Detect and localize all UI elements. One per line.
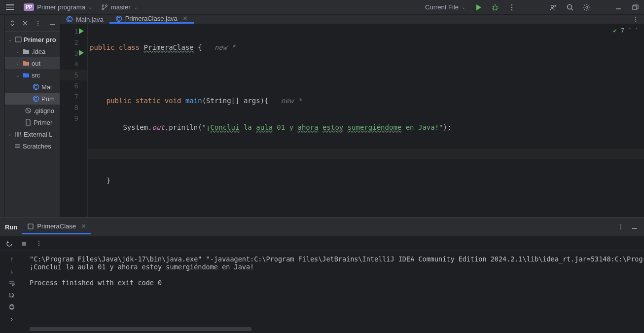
- svg-point-25: [620, 226, 621, 227]
- tree-label: src: [32, 72, 40, 79]
- tree-item-iml[interactable]: Primer: [5, 116, 60, 128]
- minimize-button[interactable]: [612, 1, 624, 13]
- run-tab-label: PrimeraClase: [37, 222, 76, 230]
- tree-label: Prim: [41, 95, 55, 103]
- tab-label: PrimeraClase.java: [125, 15, 178, 22]
- svg-point-2: [106, 4, 107, 6]
- svg-point-9: [586, 6, 588, 8]
- stop-button[interactable]: [21, 240, 28, 247]
- code-with-me-button[interactable]: [547, 1, 559, 13]
- tree-item-scratches[interactable]: Scratches: [5, 140, 60, 152]
- svg-point-5: [511, 6, 512, 7]
- more-actions-button[interactable]: [506, 1, 518, 13]
- ignore-icon: [25, 107, 32, 114]
- check-icon: ✔: [613, 27, 617, 34]
- svg-point-26: [620, 228, 621, 229]
- run-button[interactable]: [472, 1, 484, 13]
- chevron-down-icon: ⌄: [88, 4, 92, 10]
- tree-label: Primer pro: [24, 36, 56, 43]
- svg-point-7: [551, 5, 554, 7]
- scroll-end-icon[interactable]: [8, 292, 15, 298]
- chevron-down-icon: ⌄: [134, 4, 138, 10]
- branch-selector[interactable]: master ⌄: [99, 3, 140, 11]
- svg-point-20: [635, 17, 636, 18]
- class-icon: [66, 16, 73, 23]
- svg-point-28: [38, 241, 39, 242]
- run-gutter-icon[interactable]: [79, 50, 84, 56]
- svg-point-21: [635, 19, 636, 20]
- svg-point-3: [493, 6, 497, 10]
- project-selector[interactable]: PP Primer programa ⌄: [22, 3, 94, 11]
- print-icon[interactable]: [8, 303, 15, 310]
- expand-icon[interactable]: ›: [11, 315, 13, 323]
- svg-point-12: [37, 23, 38, 24]
- svg-point-0: [102, 4, 104, 6]
- up-icon[interactable]: ↑: [10, 255, 14, 262]
- svg-point-24: [620, 224, 621, 225]
- chevron-down-icon: ⌄: [462, 4, 465, 10]
- tree-label: out: [32, 60, 40, 67]
- restore-button[interactable]: [629, 1, 641, 13]
- expand-all-icon[interactable]: [9, 20, 16, 27]
- tab-main-java[interactable]: Main.java: [60, 15, 109, 24]
- search-button[interactable]: [564, 1, 576, 13]
- project-name-label: Primer programa: [37, 3, 85, 11]
- svg-rect-14: [15, 37, 21, 42]
- module-icon: [15, 37, 22, 42]
- tree-label: Mai: [41, 83, 52, 91]
- problem-count: 7: [621, 27, 624, 34]
- run-config-selector[interactable]: Current File ⌄: [423, 3, 467, 11]
- hide-icon[interactable]: [49, 20, 56, 27]
- svg-point-6: [511, 9, 512, 10]
- tree-root[interactable]: ⌄Primer pro: [5, 34, 60, 45]
- run-gutter-icon[interactable]: [79, 28, 84, 34]
- prev-problem-icon[interactable]: ˄: [628, 27, 631, 34]
- more-icon[interactable]: [36, 240, 42, 247]
- inspection-widget[interactable]: ✔ 7 ˄ ˅: [613, 27, 638, 34]
- tree-item-idea[interactable]: ›.idea: [5, 45, 60, 57]
- tree-label: .gitigno: [34, 107, 54, 114]
- collapse-all-icon[interactable]: [22, 20, 29, 27]
- svg-point-4: [511, 4, 512, 5]
- svg-point-13: [37, 25, 38, 26]
- branch-label: master: [111, 3, 131, 11]
- tree-item-primera[interactable]: Prim: [5, 93, 60, 105]
- console-output[interactable]: "C:\Program Files\Java\jdk-17\bin\java.e…: [24, 251, 644, 333]
- svg-point-11: [37, 21, 38, 22]
- tree-label: .idea: [32, 48, 45, 55]
- settings-button[interactable]: [581, 1, 593, 13]
- more-icon[interactable]: [35, 20, 41, 27]
- tab-primera-clase[interactable]: PrimeraClase.java ✕: [109, 15, 194, 24]
- soft-wrap-icon[interactable]: [8, 280, 15, 287]
- svg-point-30: [38, 245, 39, 246]
- project-badge-icon: PP: [24, 3, 34, 11]
- tree-item-gitignore[interactable]: .gitigno: [5, 105, 60, 116]
- tree-item-src[interactable]: ⌄src: [5, 69, 60, 81]
- tab-label: Main.java: [76, 16, 104, 23]
- down-icon[interactable]: ↓: [10, 267, 14, 275]
- close-icon[interactable]: ✕: [81, 222, 86, 230]
- more-icon[interactable]: [617, 223, 624, 230]
- class-icon: [33, 95, 39, 102]
- debug-button[interactable]: [489, 1, 501, 13]
- run-config-icon: [27, 223, 34, 230]
- folder-icon: [23, 60, 30, 66]
- tree-item-out[interactable]: ›out: [5, 57, 60, 69]
- library-icon: [15, 131, 22, 138]
- close-icon[interactable]: ✕: [182, 15, 188, 22]
- next-problem-icon[interactable]: ˅: [635, 27, 638, 34]
- tree-item-external[interactable]: ›External L: [5, 128, 60, 140]
- class-icon: [115, 15, 122, 22]
- tree-label: External L: [24, 131, 53, 138]
- hide-icon[interactable]: [631, 223, 638, 230]
- rerun-button[interactable]: [6, 240, 13, 247]
- tree-item-main-java[interactable]: Mai: [5, 81, 60, 93]
- class-icon: [33, 83, 39, 90]
- run-tab-primera[interactable]: PrimeraClase ✕: [22, 220, 91, 234]
- run-tool-window: Run PrimeraClase ✕ ↑ ↓ › "C:\Program Fil…: [0, 217, 644, 333]
- scrollbar[interactable]: [30, 327, 251, 331]
- tab-more-button[interactable]: [632, 16, 639, 23]
- main-menu-button[interactable]: [3, 4, 17, 10]
- file-icon: [25, 119, 32, 126]
- run-config-label: Current File: [425, 3, 459, 11]
